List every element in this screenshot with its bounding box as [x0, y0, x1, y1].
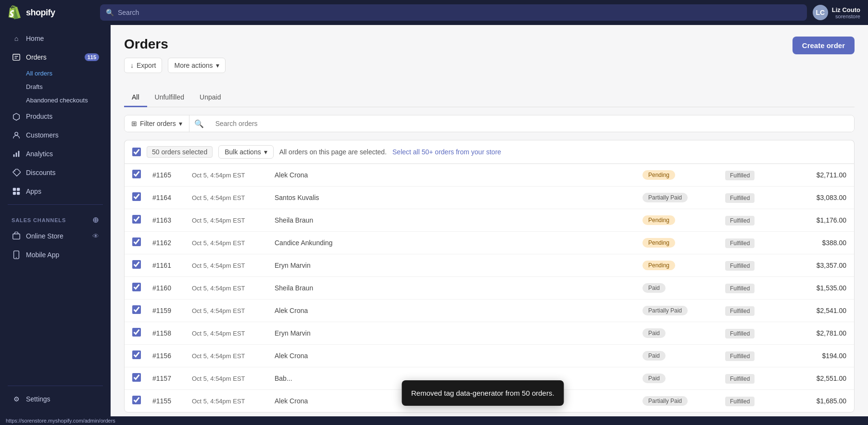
sidebar-item-label-orders: Orders: [26, 53, 47, 61]
search-orders-input[interactable]: [209, 115, 854, 132]
sidebar: ⌂ Home Orders 115 All orders Drafts Aban…: [0, 25, 111, 416]
eye-icon[interactable]: 👁: [92, 232, 99, 240]
sidebar-subitem-drafts[interactable]: Drafts: [4, 80, 107, 93]
all-selected-text: All orders on this page are selected.: [279, 148, 387, 156]
table-row[interactable]: #1164 Oct 5, 4:54pm EST Santos Kuvalis P…: [125, 187, 854, 209]
order-date: Oct 5, 4:54pm EST: [192, 398, 269, 405]
sidebar-item-label-analytics: Analytics: [26, 150, 53, 158]
order-customer: Alek Crona: [275, 352, 637, 360]
order-date: Oct 5, 4:54pm EST: [192, 262, 269, 269]
chevron-down-icon: ▾: [216, 62, 219, 69]
row-checkbox[interactable]: [132, 328, 147, 338]
table-row[interactable]: #1165 Oct 5, 4:54pm EST Alek Crona Pendi…: [125, 164, 854, 187]
table-row[interactable]: #1159 Oct 5, 4:54pm EST Alek Crona Parti…: [125, 300, 854, 322]
filter-orders-button[interactable]: ⊞ Filter orders ▾: [125, 115, 189, 132]
row-checkbox[interactable]: [132, 260, 147, 271]
sidebar-item-customers[interactable]: Customers: [4, 126, 107, 144]
bulk-bar: 50 orders selected Bulk actions ▾ All or…: [124, 140, 855, 163]
settings-icon: ⚙: [12, 394, 21, 404]
order-payment-status: Paid: [642, 328, 719, 338]
order-total: $194.00: [798, 352, 846, 360]
table-row[interactable]: #1162 Oct 5, 4:54pm EST Candice Ankundin…: [125, 232, 854, 254]
order-customer: Eryn Marvin: [275, 329, 637, 337]
order-customer: Alek Crona: [275, 171, 637, 179]
shopify-logo-icon: [8, 5, 22, 20]
table-row[interactable]: #1160 Oct 5, 4:54pm EST Sheila Braun Pai…: [125, 277, 854, 300]
sidebar-item-products[interactable]: Products: [4, 107, 107, 125]
filter-icon: ⊞: [131, 120, 137, 127]
sidebar-item-settings[interactable]: ⚙ Settings: [4, 390, 107, 408]
svg-rect-12: [13, 234, 20, 239]
row-checkbox[interactable]: [132, 373, 147, 384]
sidebar-item-online-store[interactable]: Online Store 👁: [4, 227, 107, 245]
order-total: $2,781.00: [798, 329, 846, 337]
order-customer: Alek Crona: [275, 307, 637, 314]
sidebar-item-mobile-app[interactable]: Mobile App: [4, 246, 107, 264]
sidebar-subitem-all-orders[interactable]: All orders: [4, 67, 107, 80]
tab-unpaid[interactable]: Unpaid: [192, 88, 228, 107]
sidebar-item-orders[interactable]: Orders 115: [4, 48, 107, 66]
row-checkbox[interactable]: [132, 283, 147, 293]
order-customer: Santos Kuvalis: [275, 194, 637, 201]
row-checkbox[interactable]: [132, 305, 147, 316]
row-checkbox[interactable]: [132, 350, 147, 361]
sidebar-item-apps[interactable]: Apps: [4, 182, 107, 200]
row-checkbox[interactable]: [132, 238, 147, 248]
order-payment-status: Paid: [642, 351, 719, 361]
order-fulfillment-status: Fulfilled: [725, 306, 793, 315]
order-payment-status: Pending: [642, 261, 719, 270]
order-payment-status: Partially Paid: [642, 306, 719, 315]
order-date: Oct 5, 4:54pm EST: [192, 307, 269, 314]
row-checkbox[interactable]: [132, 215, 147, 225]
search-icon: 🔍: [106, 9, 114, 16]
filter-chevron-icon: ▾: [179, 120, 182, 127]
top-nav: shopify 🔍 Search LC Liz Couto sorenstore: [0, 0, 868, 25]
search-placeholder: Search: [118, 9, 139, 16]
order-total: $1,535.00: [798, 284, 846, 292]
order-date: Oct 5, 4:54pm EST: [192, 375, 269, 382]
table-row[interactable]: #1156 Oct 5, 4:54pm EST Alek Crona Paid …: [125, 345, 854, 367]
tab-unfulfilled[interactable]: Unfulfilled: [147, 88, 192, 107]
order-id: #1155: [152, 397, 186, 405]
user-area[interactable]: LC Liz Couto sorenstore: [813, 5, 860, 20]
sales-channels-header: SALES CHANNELS ⊕: [0, 209, 111, 226]
user-info: Liz Couto sorenstore: [832, 6, 860, 19]
row-checkbox[interactable]: [132, 192, 147, 203]
sidebar-item-label-home: Home: [26, 35, 44, 42]
sidebar-item-label-customers: Customers: [26, 131, 59, 139]
bulk-actions-button[interactable]: Bulk actions ▾: [218, 145, 273, 159]
online-store-icon: [12, 231, 21, 241]
order-id: #1159: [152, 307, 186, 314]
sidebar-item-home[interactable]: ⌂ Home: [4, 29, 107, 48]
table-row[interactable]: #1163 Oct 5, 4:54pm EST Sheila Braun Pen…: [125, 209, 854, 232]
status-bar: https://sorenstore.myshopify.com/admin/o…: [0, 416, 868, 425]
orders-selected-label: 50 orders selected: [147, 146, 213, 158]
order-payment-status: Pending: [642, 215, 719, 225]
row-checkbox[interactable]: [132, 170, 147, 180]
shopify-logo[interactable]: shopify: [8, 5, 94, 20]
order-payment-status: Pending: [642, 238, 719, 248]
add-channel-icon[interactable]: ⊕: [92, 215, 99, 225]
sidebar-item-analytics[interactable]: Analytics: [4, 145, 107, 163]
select-all-link[interactable]: Select all 50+ orders from your store: [392, 148, 501, 156]
export-icon: ↓: [130, 62, 134, 69]
export-button[interactable]: ↓ Export: [124, 58, 162, 73]
sidebar-item-discounts[interactable]: Discounts: [4, 163, 107, 182]
order-id: #1162: [152, 239, 186, 247]
table-row[interactable]: #1161 Oct 5, 4:54pm EST Eryn Marvin Pend…: [125, 254, 854, 277]
create-order-button[interactable]: Create order: [793, 37, 855, 54]
row-checkbox[interactable]: [132, 396, 147, 406]
order-payment-status: Paid: [642, 374, 719, 383]
toolbar: ↓ Export More actions ▾: [124, 58, 226, 73]
order-fulfillment-status: Fulfilled: [725, 374, 793, 383]
table-row[interactable]: #1158 Oct 5, 4:54pm EST Eryn Marvin Paid…: [125, 322, 854, 345]
global-search[interactable]: 🔍 Search: [100, 4, 807, 21]
bottom-divider: [8, 386, 103, 386]
tab-all[interactable]: All: [124, 88, 147, 107]
more-actions-button[interactable]: More actions ▾: [168, 58, 225, 73]
select-all-checkbox[interactable]: [132, 148, 141, 156]
filter-bar: ⊞ Filter orders ▾ 🔍: [124, 115, 855, 132]
svg-rect-9: [17, 188, 20, 191]
order-id: #1156: [152, 352, 186, 360]
sidebar-subitem-abandoned-checkouts[interactable]: Abandoned checkouts: [4, 94, 107, 107]
